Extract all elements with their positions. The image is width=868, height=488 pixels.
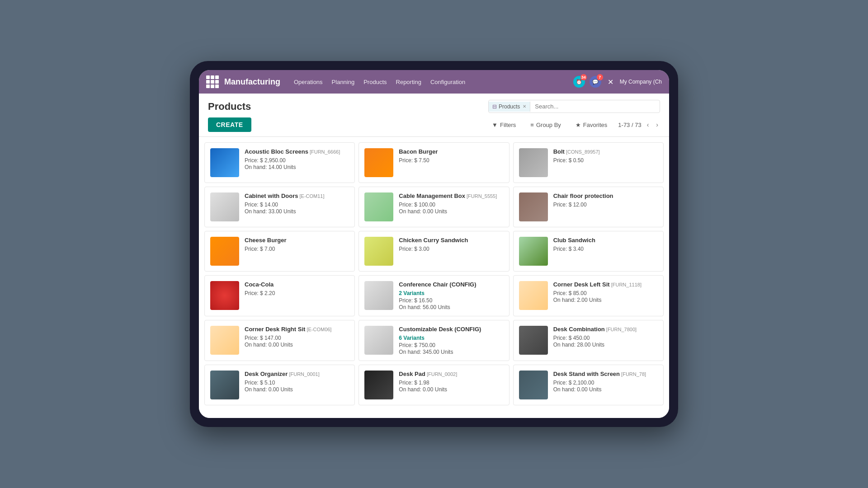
search-bar: ⊟ Products ✕ <box>488 100 660 113</box>
group-by-button[interactable]: ≡ Group By <box>527 120 565 130</box>
product-image <box>519 192 548 221</box>
star-icon: ★ <box>576 122 581 128</box>
product-card[interactable]: Chair floor protectionPrice: $ 12.00 <box>513 187 664 227</box>
nav-item-configuration[interactable]: Configuration <box>430 77 465 87</box>
product-price: Price: $ 0.50 <box>553 157 658 164</box>
product-name: Desk Pad [FURN_0002] <box>399 371 503 378</box>
company-name[interactable]: My Company (Ch <box>620 79 662 85</box>
product-price: Price: $ 3.00 <box>399 246 503 252</box>
product-ref: [CONS_89957] <box>565 149 600 155</box>
filter-icon: ▼ <box>492 122 498 128</box>
product-stock: On hand: 0.00 Units <box>399 208 503 215</box>
group-icon: ≡ <box>530 122 534 128</box>
close-icon[interactable]: ✕ <box>606 76 615 88</box>
product-stock: On hand: 28.00 Units <box>553 342 658 348</box>
product-image <box>519 371 548 399</box>
product-image <box>364 326 393 355</box>
prev-page-button[interactable]: ‹ <box>645 120 651 129</box>
product-image <box>519 326 548 355</box>
product-image <box>519 237 548 266</box>
notifications-badge[interactable]: ⏰ 34 <box>573 76 585 88</box>
next-page-button[interactable]: › <box>654 120 660 129</box>
nav-item-reporting[interactable]: Reporting <box>396 77 421 87</box>
product-image <box>210 148 239 177</box>
product-price: Price: $ 7.00 <box>245 246 349 252</box>
tablet-screen: Manufacturing Operations Planning Produc… <box>199 70 669 418</box>
product-ref: [FURN_5555] <box>465 193 497 199</box>
remove-filter-icon[interactable]: ✕ <box>523 104 526 109</box>
product-name: Club Sandwich <box>553 237 658 244</box>
product-price: Price: $ 2,950.00 <box>245 157 349 164</box>
product-name: Bolt [CONS_89957] <box>553 148 658 156</box>
product-image <box>364 371 393 399</box>
nav-item-operations[interactable]: Operations <box>294 77 323 87</box>
search-filter-tag: ⊟ Products ✕ <box>489 102 530 112</box>
product-stock: On hand: 0.00 Units <box>399 386 503 393</box>
product-info: Cabinet with Doors [E-COM11]Price: $ 14.… <box>245 192 349 215</box>
product-card[interactable]: Desk Stand with Screen [FURN_78]Price: $… <box>513 365 664 405</box>
product-price: Price: $ 1.98 <box>399 380 503 386</box>
product-name: Desk Stand with Screen [FURN_78] <box>553 371 658 378</box>
product-card[interactable]: Cheese BurgerPrice: $ 7.00 <box>204 231 355 272</box>
filter-tag-label: Products <box>499 103 520 110</box>
product-info: Bolt [CONS_89957]Price: $ 0.50 <box>553 148 658 164</box>
product-price: Price: $ 85.00 <box>553 290 658 296</box>
product-name: Acoustic Bloc Screens [FURN_6666] <box>245 148 349 156</box>
messages-badge[interactable]: 💬 7 <box>590 76 601 88</box>
product-ref: [FURN_1118] <box>610 282 642 287</box>
product-card[interactable]: Desk Organizer [FURN_0001]Price: $ 5.10O… <box>204 365 355 405</box>
tablet-frame: Manufacturing Operations Planning Produc… <box>190 61 678 427</box>
product-card[interactable]: Conference Chair (CONFIG)2 VariantsPrice… <box>359 275 509 316</box>
product-ref: [FURN_78] <box>620 371 646 377</box>
product-name: Cable Management Box [FURN_5555] <box>399 192 503 200</box>
product-card[interactable]: Customizable Desk (CONFIG)6 VariantsPric… <box>359 320 509 361</box>
toolbar: Products ⊟ Products ✕ CREATE ▼ <box>199 94 669 137</box>
product-stock: On hand: 56.00 Units <box>399 304 503 310</box>
nav-item-planning[interactable]: Planning <box>332 77 355 87</box>
filters-button[interactable]: ▼ Filters <box>488 120 519 130</box>
product-card[interactable]: Club SandwichPrice: $ 3.40 <box>513 231 664 272</box>
product-card[interactable]: Desk Combination [FURN_7800]Price: $ 450… <box>513 320 664 361</box>
product-info: Acoustic Bloc Screens [FURN_6666]Price: … <box>245 148 349 170</box>
product-name: Corner Desk Left Sit [FURN_1118] <box>553 281 658 289</box>
product-ref: [FURN_7800] <box>605 327 637 332</box>
product-info: Desk Stand with Screen [FURN_78]Price: $… <box>553 371 658 393</box>
product-card[interactable]: Bacon BurgerPrice: $ 7.50 <box>359 142 509 183</box>
apps-grid-icon[interactable] <box>206 75 219 88</box>
product-stock: On hand: 33.00 Units <box>245 208 349 215</box>
product-card[interactable]: Corner Desk Left Sit [FURN_1118]Price: $… <box>513 275 664 316</box>
toolbar-actions: ▼ Filters ≡ Group By ★ Favorites 1-73 <box>488 120 660 130</box>
product-card[interactable]: Cabinet with Doors [E-COM11]Price: $ 14.… <box>204 187 355 227</box>
search-input[interactable] <box>530 100 660 113</box>
product-card[interactable]: Desk Pad [FURN_0002]Price: $ 1.98On hand… <box>359 365 509 405</box>
product-image <box>210 192 239 221</box>
product-card[interactable]: Acoustic Bloc Screens [FURN_6666]Price: … <box>204 142 355 183</box>
product-info: Cable Management Box [FURN_5555]Price: $… <box>399 192 503 215</box>
create-button[interactable]: CREATE <box>208 117 251 132</box>
product-ref: [FURN_6666] <box>308 149 340 155</box>
product-stock: On hand: 0.00 Units <box>245 342 349 348</box>
messages-count: 7 <box>597 74 603 80</box>
product-card[interactable]: Corner Desk Right Sit [E-COM06]Price: $ … <box>204 320 355 361</box>
product-name: Corner Desk Right Sit [E-COM06] <box>245 326 349 333</box>
product-name: Desk Organizer [FURN_0001] <box>245 371 349 378</box>
product-image <box>364 281 393 310</box>
product-name: Chair floor protection <box>553 192 658 200</box>
product-card[interactable]: Bolt [CONS_89957]Price: $ 0.50 <box>513 142 664 183</box>
product-info: Corner Desk Left Sit [FURN_1118]Price: $… <box>553 281 658 303</box>
nav-item-products[interactable]: Products <box>363 77 387 87</box>
product-image <box>364 192 393 221</box>
favorites-button[interactable]: ★ Favorites <box>572 120 611 130</box>
product-card[interactable]: Cable Management Box [FURN_5555]Price: $… <box>359 187 509 227</box>
product-info: Club SandwichPrice: $ 3.40 <box>553 237 658 253</box>
product-stock: On hand: 0.00 Units <box>553 386 658 393</box>
product-image <box>364 148 393 177</box>
product-card[interactable]: Chicken Curry SandwichPrice: $ 3.00 <box>359 231 509 272</box>
product-name: Desk Combination [FURN_7800] <box>553 326 658 333</box>
product-card[interactable]: Coca-ColaPrice: $ 2.20 <box>204 275 355 316</box>
product-stock: On hand: 345.00 Units <box>399 349 503 355</box>
product-ref: [FURN_0001] <box>288 371 319 377</box>
pagination: 1-73 / 73 ‹ › <box>618 120 660 129</box>
product-image <box>519 148 548 177</box>
notifications-count: 34 <box>580 74 587 80</box>
